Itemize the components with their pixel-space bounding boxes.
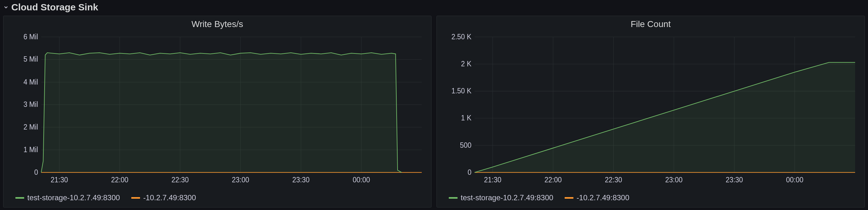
panel-write-bytes[interactable]: Write Bytes/s 0 1 M [3, 16, 432, 208]
legend-label: test-storage-10.2.7.49:8300 [461, 193, 553, 202]
x-tick: 22:00 [545, 176, 562, 184]
legend-swatch-icon [565, 197, 574, 199]
y-tick: 5 Mil [24, 55, 38, 63]
legend-item[interactable]: test-storage-10.2.7.49:8300 [16, 193, 120, 202]
legend-swatch-icon [131, 197, 140, 199]
legend-item[interactable]: test-storage-10.2.7.49:8300 [449, 193, 553, 202]
legend-item[interactable]: -10.2.7.49:8300 [565, 193, 629, 202]
x-tick: 21:30 [484, 176, 501, 184]
series-fill [474, 63, 855, 173]
series-fill [41, 53, 402, 173]
x-tick: 23:30 [726, 176, 743, 184]
x-tick: 22:30 [605, 176, 622, 184]
legend: test-storage-10.2.7.49:8300 -10.2.7.49:8… [3, 189, 431, 207]
y-tick: 2 Mil [24, 123, 38, 131]
x-tick: 23:00 [232, 176, 249, 184]
x-tick: 21:30 [51, 176, 68, 184]
y-tick: 2.50 K [451, 34, 471, 41]
legend-label: test-storage-10.2.7.49:8300 [27, 193, 120, 202]
y-tick: 1.50 K [451, 87, 471, 95]
legend-item[interactable]: -10.2.7.49:8300 [131, 193, 196, 202]
legend-swatch-icon [16, 197, 24, 199]
y-tick: 1 K [461, 114, 471, 122]
x-tick: 22:00 [111, 176, 128, 184]
section-title: Cloud Storage Sink [11, 2, 98, 12]
x-tick: 00:00 [353, 176, 370, 184]
y-tick: 1 Mil [24, 146, 38, 154]
legend-label: -10.2.7.49:8300 [143, 193, 196, 202]
y-tick: 0 [468, 168, 471, 176]
legend-swatch-icon [449, 197, 458, 199]
y-tick: 2 K [461, 60, 471, 68]
x-tick: 23:30 [292, 176, 310, 184]
y-tick: 6 Mil [24, 34, 38, 41]
y-tick: 4 Mil [24, 78, 38, 86]
panel-title: File Count [437, 16, 865, 30]
legend-label: -10.2.7.49:8300 [577, 193, 629, 202]
panels-row: Write Bytes/s 0 1 M [0, 16, 868, 208]
legend: test-storage-10.2.7.49:8300 -10.2.7.49:8… [437, 189, 865, 207]
panel-file-count[interactable]: File Count 0 500 1 K 1.50 K [436, 16, 865, 208]
chart-file-count[interactable]: 0 500 1 K 1.50 K 2 K 2.50 K 21:30 22:00 … [443, 34, 858, 189]
chevron-down-icon [3, 4, 9, 10]
y-tick: 0 [34, 168, 38, 176]
x-tick: 00:00 [786, 176, 803, 184]
panel-title: Write Bytes/s [3, 16, 431, 30]
chart-write-bytes[interactable]: 0 1 Mil 2 Mil 3 Mil 4 Mil 5 Mil 6 Mil 21… [10, 34, 425, 189]
x-tick: 23:00 [665, 176, 682, 184]
y-tick: 500 [460, 141, 471, 149]
y-tick: 3 Mil [24, 100, 38, 109]
x-tick: 22:30 [172, 176, 189, 184]
section-header[interactable]: Cloud Storage Sink [0, 0, 868, 16]
